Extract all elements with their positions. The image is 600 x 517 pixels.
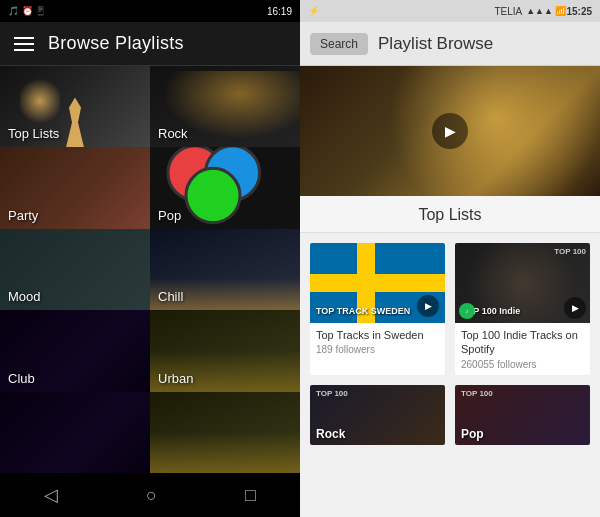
sweden-play-button[interactable]: ▶ xyxy=(417,295,439,317)
playlist-card-img-indie: TOP 100 TOP 100 Indie ♪ ▶ xyxy=(455,243,590,323)
indie-card-info: Top 100 Indie Tracks on Spotify 260055 f… xyxy=(455,323,590,375)
grid-item-urban[interactable]: Urban xyxy=(150,310,300,391)
rock-top100-label: TOP 100 xyxy=(316,389,348,398)
indie-top100-badge: TOP 100 xyxy=(554,247,586,256)
grid-item-toplists[interactable]: Top Lists xyxy=(0,66,150,147)
home-icon[interactable]: ○ xyxy=(146,485,157,506)
right-bt-icon: ⚡ xyxy=(308,6,319,16)
left-status-bar: 🎵 ⏰ 📱 16:19 xyxy=(0,0,300,22)
rock-card-label: Rock xyxy=(316,427,345,441)
grid-label-pop: Pop xyxy=(158,208,181,223)
recents-icon[interactable]: □ xyxy=(245,485,256,506)
right-status-time: 15:25 xyxy=(566,6,592,17)
left-header-title: Browse Playlists xyxy=(48,33,184,54)
section-title: Top Lists xyxy=(300,196,600,233)
carrier-label: TELIA xyxy=(494,6,522,17)
sweden-card-followers: 189 followers xyxy=(316,344,439,355)
sweden-card-name: Top Tracks in Sweden xyxy=(316,328,439,342)
right-header-title: Playlist Browse xyxy=(378,34,493,54)
grid-label-party: Party xyxy=(8,208,38,223)
hero-image[interactable]: ▶ xyxy=(300,66,600,196)
grid-item-extra1[interactable] xyxy=(0,392,150,473)
playlist-card-img-sweden: TOP TRACK SWEDEN ▶ xyxy=(310,243,445,323)
hamburger-menu-icon[interactable] xyxy=(14,37,34,51)
grid-label-toplists: Top Lists xyxy=(8,126,59,141)
hero-play-button[interactable]: ▶ xyxy=(432,113,468,149)
grid-item-extra2[interactable] xyxy=(150,392,300,473)
nav-bar: ◁ ○ □ xyxy=(0,473,300,517)
indie-play-button[interactable]: ▶ xyxy=(564,297,586,319)
sweden-overlay-text: TOP TRACK SWEDEN xyxy=(316,306,410,317)
playlist-card-indie[interactable]: TOP 100 TOP 100 Indie ♪ ▶ Top 100 Indie … xyxy=(455,243,590,375)
grid-label-mood: Mood xyxy=(8,289,41,304)
grid-item-rock[interactable]: Rock xyxy=(150,66,300,147)
grid-label-rock: Rock xyxy=(158,126,188,141)
grid-item-chill[interactable]: Chill xyxy=(150,229,300,310)
sweden-card-info: Top Tracks in Sweden 189 followers xyxy=(310,323,445,360)
left-header: Browse Playlists xyxy=(0,22,300,66)
pop-top100-label: TOP 100 xyxy=(461,389,493,398)
right-status-bar: ⚡ TELIA ▲▲▲ 📶 15:25 xyxy=(300,0,600,22)
grid-item-pop[interactable]: Pop xyxy=(150,147,300,228)
grid-item-club[interactable]: Club xyxy=(0,310,150,391)
right-header: Search Playlist Browse xyxy=(300,22,600,66)
playlist-card-sweden[interactable]: TOP TRACK SWEDEN ▶ Top Tracks in Sweden … xyxy=(310,243,445,375)
left-status-icons: 🎵 ⏰ 📱 xyxy=(8,6,46,16)
grid-item-party[interactable]: Party xyxy=(0,147,150,228)
bottom-card-pop[interactable]: TOP 100 Pop xyxy=(455,385,590,445)
right-content: ▶ Top Lists TOP TRACK SWEDEN ▶ Top xyxy=(300,66,600,517)
browse-grid: Top Lists Rock Party Pop Mood Chill Club xyxy=(0,66,300,473)
hero-play-icon: ▶ xyxy=(445,123,456,139)
signal-icon: ▲▲▲ 📶 xyxy=(526,6,566,16)
bottom-cards: TOP 100 Rock TOP 100 Pop xyxy=(300,385,600,455)
indie-card-name: Top 100 Indie Tracks on Spotify xyxy=(461,328,584,357)
bottom-card-rock[interactable]: TOP 100 Rock xyxy=(310,385,445,445)
left-panel: 🎵 ⏰ 📱 16:19 Browse Playlists Top Lists R… xyxy=(0,0,300,517)
back-icon[interactable]: ◁ xyxy=(44,484,58,506)
grid-label-chill: Chill xyxy=(158,289,183,304)
grid-label-club: Club xyxy=(8,371,35,386)
indie-card-followers: 260055 followers xyxy=(461,359,584,370)
left-status-time: 16:19 xyxy=(267,6,292,17)
right-panel: ⚡ TELIA ▲▲▲ 📶 15:25 Search Playlist Brow… xyxy=(300,0,600,517)
search-button[interactable]: Search xyxy=(310,33,368,55)
grid-label-urban: Urban xyxy=(158,371,193,386)
pop-card-label: Pop xyxy=(461,427,484,441)
playlist-grid: TOP TRACK SWEDEN ▶ Top Tracks in Sweden … xyxy=(300,233,600,385)
spotify-logo-indie: ♪ xyxy=(459,303,475,319)
grid-item-mood[interactable]: Mood xyxy=(0,229,150,310)
